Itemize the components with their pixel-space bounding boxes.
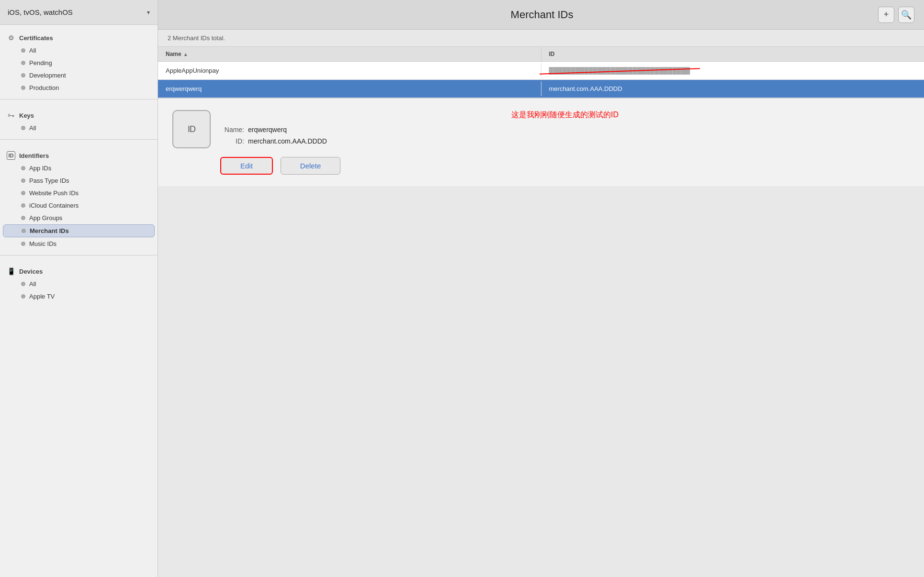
sidebar-item-certs-pending[interactable]: Pending: [3, 57, 155, 69]
bullet-icon: [22, 229, 26, 233]
detail-panel: ID 这是我刚刚随便生成的测试的ID Name: erqwerqwerq ID:…: [158, 99, 924, 186]
key-icon: 🗝: [7, 111, 15, 120]
row-name-cell: AppleAppUnionpay: [158, 63, 541, 78]
sort-arrow-icon: ▲: [183, 52, 188, 57]
identifiers-header: ID Identifiers: [0, 147, 158, 162]
certificates-section: ⚙ Certificates All Pending Development P…: [0, 25, 158, 96]
device-icon: 📱: [7, 267, 15, 276]
devices-section: 📱 Devices All Apple TV: [0, 258, 158, 305]
sidebar-item-certs-development[interactable]: Development: [3, 69, 155, 81]
devices-header: 📱 Devices: [0, 263, 158, 277]
count-bar: 2 Merchant IDs total.: [158, 30, 924, 47]
keys-header: 🗝 Keys: [0, 107, 158, 122]
bullet-icon: [21, 178, 25, 183]
search-icon: 🔍: [901, 10, 912, 20]
bullet-icon: [21, 294, 25, 299]
row-id-cell: ████████████████████████████████: [541, 63, 924, 78]
merchant-ids-table: Name ▲ ID AppleAppUnionpay █████████████…: [158, 47, 924, 99]
sidebar-item-website-push-ids[interactable]: Website Push IDs: [3, 187, 155, 199]
delete-button[interactable]: Delete: [281, 157, 340, 175]
search-button[interactable]: 🔍: [898, 7, 914, 23]
detail-actions: Edit Delete: [220, 157, 910, 175]
main-header: Merchant IDs + 🔍: [158, 0, 924, 30]
identifiers-section-label: Identifiers: [19, 152, 49, 159]
sidebar-item-merchant-ids[interactable]: Merchant IDs: [3, 224, 155, 237]
sidebar-item-music-ids[interactable]: Music IDs: [3, 238, 155, 250]
detail-row: ID 这是我刚刚随便生成的测试的ID Name: erqwerqwerq ID:…: [172, 110, 910, 148]
sidebar-item-icloud-containers[interactable]: iCloud Containers: [3, 200, 155, 211]
certificates-section-label: Certificates: [19, 34, 53, 42]
chevron-down-icon: ▾: [147, 9, 150, 16]
id-column-header[interactable]: ID: [541, 47, 924, 61]
edit-button[interactable]: Edit: [220, 157, 273, 175]
platform-selector[interactable]: iOS, tvOS, watchOS ▾: [0, 0, 158, 25]
row-id-cell: merchant.com.AAA.DDDD: [541, 81, 924, 96]
table-row[interactable]: AppleAppUnionpay ███████████████████████…: [158, 62, 924, 80]
bullet-icon: [21, 216, 25, 220]
devices-section-label: Devices: [19, 268, 43, 275]
id-field-row: ID: merchant.com.AAA.DDDD: [220, 137, 910, 145]
keys-section-label: Keys: [19, 112, 34, 119]
detail-annotation: 这是我刚刚随便生成的测试的ID: [511, 110, 619, 120]
gear-icon: ⚙: [7, 33, 15, 42]
bullet-icon: [21, 48, 25, 53]
sidebar-item-keys-all[interactable]: All: [3, 122, 155, 134]
page-title: Merchant IDs: [206, 9, 878, 21]
name-column-header[interactable]: Name ▲: [158, 47, 541, 61]
id-value: merchant.com.AAA.DDDD: [248, 137, 327, 145]
platform-label: iOS, tvOS, watchOS: [8, 8, 73, 16]
table-header: Name ▲ ID: [158, 47, 924, 62]
sidebar-item-certs-all[interactable]: All: [3, 44, 155, 56]
count-text: 2 Merchant IDs total.: [168, 34, 225, 42]
sidebar-item-apple-tv[interactable]: Apple TV: [3, 290, 155, 302]
detail-fields: 这是我刚刚随便生成的测试的ID Name: erqwerqwerq ID: me…: [220, 110, 910, 145]
id-icon-box: ID: [172, 110, 211, 148]
keys-section: 🗝 Keys All: [0, 102, 158, 136]
sidebar: iOS, tvOS, watchOS ▾ ⚙ Certificates All …: [0, 0, 158, 577]
header-actions: + 🔍: [878, 7, 914, 23]
bullet-icon: [21, 282, 25, 286]
sidebar-item-devices-all[interactable]: All: [3, 278, 155, 290]
bullet-icon: [21, 166, 25, 170]
bullet-icon: [21, 61, 25, 65]
name-label: Name:: [220, 126, 244, 133]
identifiers-section: ID Identifiers App IDs Pass Type IDs Web…: [0, 143, 158, 252]
sidebar-item-certs-production[interactable]: Production: [3, 82, 155, 94]
divider: [0, 255, 158, 255]
row-name-cell: erqwerqwerq: [158, 81, 541, 96]
divider: [0, 139, 158, 140]
id-label: ID:: [220, 137, 244, 145]
redacted-id: ████████████████████████████████: [549, 67, 690, 74]
bullet-icon: [21, 203, 25, 208]
id-icon-text: ID: [188, 124, 195, 134]
bullet-icon: [21, 242, 25, 246]
sidebar-item-app-groups[interactable]: App Groups: [3, 212, 155, 224]
bullet-icon: [21, 126, 25, 130]
name-field-row: Name: erqwerqwerq: [220, 126, 910, 133]
sidebar-item-pass-type-ids[interactable]: Pass Type IDs: [3, 175, 155, 187]
sidebar-item-app-ids[interactable]: App IDs: [3, 162, 155, 174]
divider: [0, 99, 158, 100]
certificates-header: ⚙ Certificates: [0, 30, 158, 44]
add-button[interactable]: +: [878, 7, 894, 23]
name-value: erqwerqwerq: [248, 126, 287, 133]
bullet-icon: [21, 73, 25, 78]
id-icon: ID: [7, 151, 15, 160]
bullet-icon: [21, 86, 25, 90]
main-content: Merchant IDs + 🔍 2 Merchant IDs total. N…: [158, 0, 924, 577]
table-row[interactable]: erqwerqwerq merchant.com.AAA.DDDD: [158, 80, 924, 98]
bullet-icon: [21, 191, 25, 195]
